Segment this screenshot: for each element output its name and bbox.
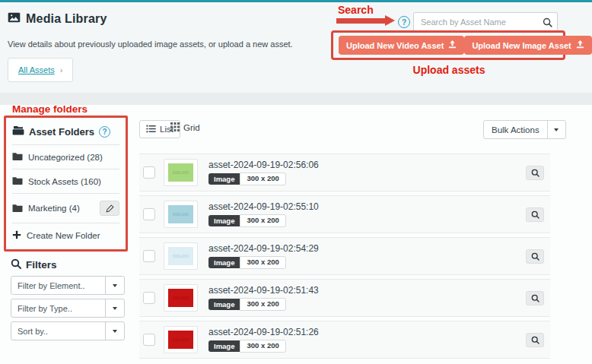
annotation-upload-label: Upload assets bbox=[380, 64, 517, 76]
asset-row: 300x200 asset-2024-09-19-02:56:06 Image … bbox=[139, 154, 550, 191]
search-icon[interactable] bbox=[537, 13, 557, 31]
asset-thumbnail[interactable]: 300x200 bbox=[164, 326, 198, 353]
media-library-icon bbox=[8, 12, 21, 26]
preview-asset-button[interactable] bbox=[526, 207, 544, 222]
all-assets-breadcrumb[interactable]: All Assets › bbox=[8, 58, 73, 82]
preview-asset-button[interactable] bbox=[526, 249, 544, 264]
chevron-right-icon: › bbox=[60, 66, 63, 74]
asset-size-badge: 300 x 200 bbox=[240, 214, 285, 226]
asset-search-box bbox=[413, 12, 558, 32]
list-icon bbox=[146, 125, 156, 135]
folder-item-marketing[interactable]: Marketing (4) bbox=[12, 193, 119, 223]
asset-size-badge: 300 x 200 bbox=[240, 173, 285, 185]
folder-icon bbox=[12, 152, 23, 162]
page-title: Media Library bbox=[26, 12, 107, 26]
asset-row: 300x200 asset-2024-09-19-02:55:10 Image … bbox=[139, 195, 550, 233]
sort-by-dropdown[interactable]: Sort by.. bbox=[11, 321, 125, 340]
grid-icon bbox=[170, 122, 180, 133]
asset-size-badge: 300 x 200 bbox=[240, 298, 285, 310]
section-divider-band bbox=[0, 93, 592, 105]
chevron-down-icon[interactable] bbox=[105, 277, 124, 294]
annotation-search-label: Search bbox=[338, 4, 374, 16]
preview-asset-button[interactable] bbox=[526, 333, 544, 347]
folder-item-stock-assets[interactable]: Stock Assets (160) bbox=[12, 169, 119, 193]
plus-icon bbox=[12, 230, 21, 241]
page-description: View details about previously uploaded i… bbox=[8, 40, 293, 49]
asset-name: asset-2024-09-19-02:55:10 bbox=[208, 201, 319, 212]
asset-row: 300x200 asset-2024-09-19-02:54:29 Image … bbox=[139, 237, 550, 275]
upload-video-button[interactable]: Upload New Video Asset bbox=[339, 36, 464, 55]
row-checkbox[interactable] bbox=[143, 334, 155, 346]
row-checkbox[interactable] bbox=[143, 292, 155, 304]
row-checkbox[interactable] bbox=[143, 208, 155, 220]
filter-by-type-dropdown[interactable]: Filter by Type.. bbox=[11, 299, 125, 318]
row-checkbox[interactable] bbox=[143, 250, 155, 262]
filter-by-element-dropdown[interactable]: Filter by Element.. bbox=[11, 276, 125, 295]
asset-type-badge: Image bbox=[208, 215, 240, 226]
search-input[interactable] bbox=[414, 17, 537, 27]
folder-icon bbox=[12, 176, 23, 186]
create-new-folder-button[interactable]: Create New Folder bbox=[12, 223, 119, 248]
asset-folders-title: Asset Folders bbox=[29, 126, 94, 138]
bulk-actions-dropdown[interactable]: Bulk Actions bbox=[483, 120, 566, 139]
upload-icon bbox=[448, 40, 457, 50]
asset-name: asset-2024-09-19-02:51:26 bbox=[208, 327, 319, 337]
asset-type-badge: Image bbox=[208, 257, 240, 268]
annotation-folders-label: Manage folders bbox=[12, 103, 88, 115]
asset-folders-panel: Asset Folders ? Uncategorized (28) Stock… bbox=[4, 116, 128, 252]
folders-help-icon[interactable]: ? bbox=[99, 126, 110, 138]
asset-row: 300x200 asset-2024-09-19-02:51:43 Image … bbox=[139, 279, 550, 317]
asset-thumbnail[interactable]: 300x200 bbox=[164, 159, 198, 186]
chevron-down-icon[interactable] bbox=[105, 322, 124, 340]
annotation-arrow-icon bbox=[336, 15, 395, 27]
asset-list: 300x200 asset-2024-09-19-02:56:06 Image … bbox=[139, 154, 550, 362]
chevron-down-icon[interactable] bbox=[547, 121, 565, 138]
asset-thumbnail[interactable]: 300x200 bbox=[164, 284, 198, 312]
row-checkbox[interactable] bbox=[143, 166, 155, 179]
edit-folder-button[interactable] bbox=[100, 201, 119, 216]
filters-search-icon bbox=[11, 258, 21, 271]
asset-name: asset-2024-09-19-02:54:29 bbox=[208, 243, 319, 254]
asset-type-badge: Image bbox=[208, 173, 240, 185]
filters-title: Filters bbox=[26, 259, 57, 271]
asset-row: 300x200 asset-2024-09-19-02:51:26 Image … bbox=[139, 321, 550, 359]
asset-type-badge: Image bbox=[208, 299, 240, 310]
search-help-icon[interactable]: ? bbox=[398, 16, 410, 28]
asset-type-badge: Image bbox=[208, 340, 240, 352]
preview-asset-button[interactable] bbox=[526, 291, 544, 305]
folder-icon bbox=[12, 204, 23, 214]
folders-stack-icon bbox=[12, 125, 24, 138]
upload-image-button[interactable]: Upload New Image Asset bbox=[464, 36, 591, 55]
all-assets-link[interactable]: All Assets bbox=[18, 65, 55, 74]
asset-size-badge: 300 x 200 bbox=[240, 256, 285, 268]
chevron-down-icon[interactable] bbox=[105, 299, 124, 317]
asset-thumbnail[interactable]: 300x200 bbox=[164, 242, 198, 270]
upload-icon bbox=[576, 40, 584, 50]
grid-view-toggle[interactable]: Grid bbox=[170, 122, 200, 133]
preview-asset-button[interactable] bbox=[526, 166, 544, 180]
asset-name: asset-2024-09-19-02:56:06 bbox=[208, 160, 319, 170]
asset-name: asset-2024-09-19-02:51:43 bbox=[208, 285, 319, 296]
folder-item-uncategorized[interactable]: Uncategorized (28) bbox=[12, 144, 119, 169]
annotation-upload-box: Upload New Video Asset Upload New Image … bbox=[331, 30, 565, 60]
asset-size-badge: 300 x 200 bbox=[240, 340, 285, 352]
asset-thumbnail[interactable]: 300x200 bbox=[164, 201, 198, 228]
media-library-page: Media Library View details about previou… bbox=[0, 0, 592, 364]
